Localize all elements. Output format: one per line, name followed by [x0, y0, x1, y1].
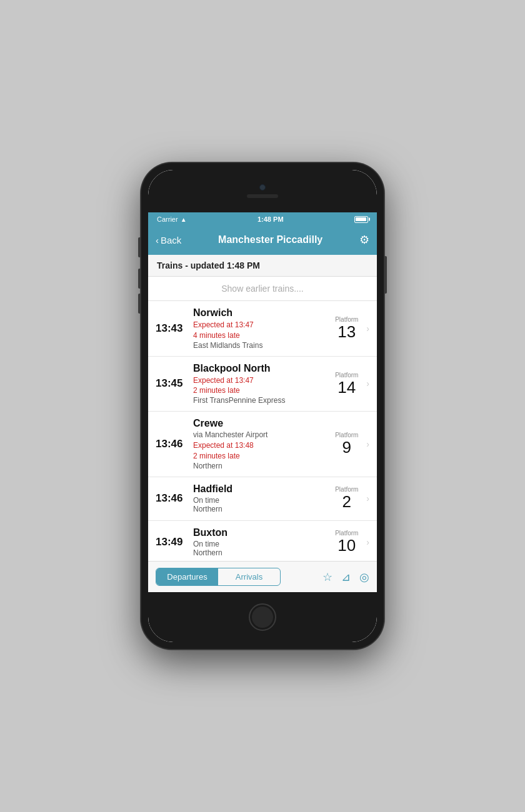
train-time: 13:49: [156, 536, 188, 548]
top-bezel: [148, 170, 377, 212]
train-platform: Platform 14: [329, 372, 364, 397]
battery-icon: [354, 216, 368, 223]
expected-time: Expected at 13:47: [193, 376, 254, 385]
chevron-right-icon: ›: [366, 439, 369, 449]
phone-inner: Carrier ▲ 1:48 PM ‹ Back Manchester Picc…: [148, 170, 377, 642]
update-text: Trains - updated 1:48 PM: [157, 260, 260, 270]
train-destination: Hadfield: [193, 483, 324, 495]
train-platform: Platform 10: [329, 530, 364, 555]
platform-number: 13: [329, 323, 364, 341]
phone-frame: Carrier ▲ 1:48 PM ‹ Back Manchester Picc…: [141, 162, 384, 650]
train-destination: Blackpool North: [193, 363, 324, 374]
train-row[interactable]: 13:43 Norwich Expected at 13:47 4 minute…: [148, 301, 377, 357]
star-icon[interactable]: ☆: [322, 570, 332, 584]
back-button[interactable]: ‹ Back: [156, 235, 181, 245]
arrivals-label: Arrivals: [236, 572, 262, 582]
update-bar: Trains - updated 1:48 PM: [148, 255, 377, 277]
wifi-icon: ▲: [181, 216, 187, 223]
earlier-trains-label: Show earlier trains....: [221, 284, 304, 294]
train-info: Hadfield On time Northern: [188, 483, 329, 513]
nav-title: Manchester Piccadilly: [218, 234, 322, 245]
departures-tab[interactable]: Departures: [156, 568, 218, 585]
train-info: Norwich Expected at 13:47 4 minutes late…: [188, 307, 329, 350]
platform-number: 9: [329, 438, 364, 457]
train-time: 13:46: [156, 492, 188, 505]
train-info: Crewe via Manchester Airport Expected at…: [188, 418, 329, 470]
screen: Carrier ▲ 1:48 PM ‹ Back Manchester Picc…: [148, 212, 377, 592]
train-destination: Buxton: [193, 527, 324, 538]
settings-button[interactable]: ⚙: [359, 233, 369, 247]
arrivals-tab[interactable]: Arrivals: [218, 568, 280, 585]
train-operator: First TransPennine Express: [193, 396, 324, 405]
train-expected: Expected at 13:48 2 minutes late: [193, 440, 324, 462]
train-operator: Northern: [193, 548, 324, 557]
camera: [259, 184, 266, 191]
chevron-back-icon: ‹: [156, 235, 159, 245]
chevron-right-icon: ›: [366, 537, 369, 547]
train-status: On time: [193, 540, 324, 548]
bottom-bezel: [148, 592, 377, 642]
delay-text: 2 minutes late: [193, 386, 240, 395]
train-platform: Platform 13: [329, 316, 364, 341]
status-bar: Carrier ▲ 1:48 PM: [148, 212, 377, 226]
train-info: Blackpool North Expected at 13:47 2 minu…: [188, 363, 329, 405]
train-time: 13:43: [156, 322, 188, 335]
expected-time: Expected at 13:47: [193, 320, 254, 329]
platform-label: Platform: [329, 372, 364, 379]
train-list: 13:43 Norwich Expected at 13:47 4 minute…: [148, 301, 377, 561]
gear-icon: ⚙: [359, 234, 369, 246]
chevron-right-icon: ›: [366, 324, 369, 334]
train-platform: Platform 9: [329, 432, 364, 457]
train-row[interactable]: 13:46 Hadfield On time Northern Platform…: [148, 477, 377, 521]
nav-bar: ‹ Back Manchester Piccadilly ⚙: [148, 226, 377, 255]
platform-number: 10: [329, 537, 364, 555]
earlier-trains-button[interactable]: Show earlier trains....: [148, 277, 377, 301]
train-status: On time: [193, 496, 324, 505]
tab-bar: Departures Arrivals ☆ ⊿ ◎: [148, 561, 377, 592]
train-time: 13:46: [156, 438, 188, 450]
battery-fill: [356, 217, 366, 221]
tab-icons: ☆ ⊿ ◎: [322, 570, 369, 584]
carrier-display: Carrier ▲: [157, 215, 187, 223]
train-row[interactable]: 13:49 Buxton On time Northern Platform 1…: [148, 521, 377, 561]
delay-text: 2 minutes late: [193, 452, 240, 460]
train-row[interactable]: 13:45 Blackpool North Expected at 13:47 …: [148, 357, 377, 412]
speaker: [247, 194, 278, 198]
train-expected: Expected at 13:47 2 minutes late: [193, 375, 324, 397]
train-info: Buxton On time Northern: [188, 527, 329, 557]
tab-group: Departures Arrivals: [156, 568, 281, 586]
train-via: via Manchester Airport: [193, 430, 324, 439]
train-destination: Crewe: [193, 418, 324, 429]
train-operator: Northern: [193, 505, 324, 513]
train-row[interactable]: 13:46 Crewe via Manchester Airport Expec…: [148, 412, 377, 477]
train-platform: Platform 2: [329, 486, 364, 511]
train-destination: Norwich: [193, 307, 324, 319]
status-time: 1:48 PM: [258, 215, 284, 223]
battery-display: [354, 216, 368, 223]
train-operator: Northern: [193, 462, 324, 470]
filter-icon[interactable]: ⊿: [341, 570, 351, 584]
platform-number: 14: [329, 379, 364, 397]
departures-label: Departures: [167, 572, 207, 582]
platform-number: 2: [329, 493, 364, 511]
home-button[interactable]: [249, 603, 276, 631]
train-expected: Expected at 13:47 4 minutes late: [193, 320, 324, 341]
back-label: Back: [161, 235, 181, 245]
carrier-text: Carrier: [157, 215, 178, 223]
location-icon[interactable]: ◎: [359, 570, 369, 584]
delay-text: 4 minutes late: [193, 331, 240, 340]
expected-time: Expected at 13:48: [193, 441, 254, 450]
chevron-right-icon: ›: [366, 379, 369, 389]
train-time: 13:45: [156, 377, 188, 390]
chevron-right-icon: ›: [366, 493, 369, 503]
train-operator: East Midlands Trains: [193, 341, 324, 350]
